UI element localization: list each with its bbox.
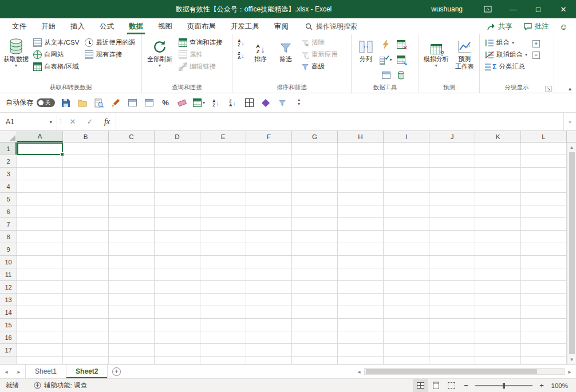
scroll-right-button[interactable]: ▸ [565,369,575,375]
save-button[interactable] [60,96,72,110]
eraser-button[interactable] [176,96,188,110]
from-text-csv-button[interactable]: 从文本/CSV [30,37,82,49]
sheet-tab-sheet1[interactable]: Sheet1 [25,365,66,378]
column-header-C[interactable]: C [109,131,155,142]
column-header-L[interactable]: L [521,131,567,142]
normal-view-button[interactable] [413,379,428,392]
row-header-1[interactable]: 1 [0,142,17,155]
column-header-B[interactable]: B [63,131,109,142]
tab-developer[interactable]: 开发工具 [223,18,267,34]
cells-area[interactable] [17,142,567,364]
what-if-analysis-button[interactable]: ? 模拟分析 ▾ [421,35,451,83]
hide-detail-button[interactable]: − [530,49,542,61]
column-header-J[interactable]: J [429,131,475,142]
column-header-F[interactable]: F [246,131,292,142]
name-box[interactable]: A1 ▾ [0,113,57,130]
close-button[interactable]: ✕ [551,0,576,18]
accessibility-status[interactable]: 辅助功能: 调查 [28,381,93,390]
reapply-button[interactable]: 重新应用 [298,49,341,61]
row-header-17[interactable]: 17 [0,344,17,357]
share-button[interactable]: 共享 [482,22,518,31]
column-header-G[interactable]: G [292,131,338,142]
data-validation-button[interactable]: ✓ ▾ [380,56,392,64]
zoom-out-button[interactable]: − [459,381,473,390]
row-header-7[interactable]: 7 [0,218,17,231]
select-all-button[interactable] [0,131,17,142]
insert-function-button[interactable]: fx [98,113,116,130]
formula-input[interactable] [116,113,563,130]
format-diamond-button[interactable] [260,96,271,110]
zoom-in-button[interactable]: + [535,381,549,390]
relationships-button[interactable] [382,72,390,79]
row-header-14[interactable]: 14 [0,306,17,319]
tell-me-search[interactable]: 操作说明搜索 [305,18,357,34]
format-painter-button[interactable] [110,96,121,110]
from-table-range-button[interactable]: 自表格/区域 [30,61,82,73]
properties-button[interactable]: 属性 [176,49,226,61]
row-header-6[interactable]: 6 [0,205,17,218]
feedback-smiley-icon[interactable]: ☺ [555,22,573,31]
row-header-2[interactable]: 2 [0,155,17,168]
horizontal-scrollbar[interactable]: ◂ ▸ [354,365,576,378]
sort-button[interactable]: AZ↓ 排序 [248,35,273,83]
sheet-tab-sheet2[interactable]: Sheet2 [66,365,108,378]
column-header-K[interactable]: K [475,131,521,142]
filter-ribbon-button[interactable]: 筛选 [273,35,298,83]
refresh-all-button[interactable]: 全部刷新 ▾ [144,35,176,83]
qat-sort-descending-button[interactable]: ZA↓ [227,96,238,110]
row-header-11[interactable]: 11 [0,268,17,281]
open-button[interactable] [77,96,88,110]
tab-formulas[interactable]: 公式 [92,18,121,34]
tab-review[interactable]: 审阅 [267,18,296,34]
print-preview-button[interactable] [93,96,105,110]
vertical-scroll-thumb[interactable] [569,152,575,354]
zoom-slider[interactable] [475,385,532,386]
qat-overflow-button[interactable]: ▾ [293,96,305,110]
column-header-D[interactable]: D [155,131,200,142]
existing-connections-button[interactable]: 现有连接 [82,49,138,61]
queries-connections-button[interactable]: 查询和连接 [176,37,226,49]
borders-button[interactable] [243,96,255,110]
scroll-up-button[interactable]: ▴ [570,142,573,152]
horizontal-scroll-track[interactable] [364,368,565,375]
autosave-toggle[interactable]: 关 [37,98,55,107]
collapse-ribbon-button[interactable]: ▴ [569,85,571,92]
vertical-scrollbar[interactable]: ▴ ▾ [567,142,576,364]
sort-descending-button[interactable]: ZA↓ [234,49,248,62]
column-header-A[interactable]: A [17,131,63,142]
get-data-button[interactable]: 获取数据 ▾ [2,35,30,83]
row-header-12[interactable]: 12 [0,281,17,294]
enter-button[interactable]: ✓ [81,113,98,130]
tab-page-layout[interactable]: 页面布局 [180,18,223,34]
tab-data[interactable]: 数据 [121,18,151,34]
minimize-button[interactable]: — [500,0,526,18]
percent-style-button[interactable]: % [160,96,171,110]
from-web-button[interactable]: 自网站 [30,49,82,61]
page-break-view-button[interactable] [444,379,459,392]
row-header-3[interactable]: 3 [0,168,17,180]
expand-formula-bar-button[interactable]: ▿ [563,113,576,130]
selected-cell-A1[interactable] [17,142,63,155]
name-box-dropdown-icon[interactable]: ▾ [45,119,52,125]
maximize-button[interactable]: □ [526,0,551,18]
horizontal-scroll-thumb[interactable] [366,369,537,374]
row-header-4[interactable]: 4 [0,180,17,193]
consolidate-button[interactable]: ↘ [397,56,405,64]
row-header-16[interactable]: 16 [0,331,17,344]
show-detail-button[interactable]: + [530,38,542,49]
split-window-button[interactable] [143,96,155,110]
new-sheet-button[interactable]: + [108,365,125,378]
manage-data-model-button[interactable] [397,71,405,80]
edit-links-button[interactable]: 编辑链接 [176,61,226,73]
row-header-10[interactable]: 10 [0,256,17,268]
sheet-nav-right-icon[interactable]: ▸ [13,365,25,378]
tab-file[interactable]: 文件 [5,18,34,34]
clear-filter-button[interactable]: 清除 [298,37,341,49]
zoom-slider-thumb[interactable] [503,383,505,389]
autosave-control[interactable]: 自动保存 关 [6,98,55,108]
forecast-sheet-button[interactable]: 预测 工作表 [451,35,478,83]
qat-sort-ascending-button[interactable]: AZ↓ [210,96,222,110]
column-header-H[interactable]: H [338,131,384,142]
tab-home[interactable]: 开始 [34,18,63,34]
row-header-5[interactable]: 5 [0,193,17,205]
